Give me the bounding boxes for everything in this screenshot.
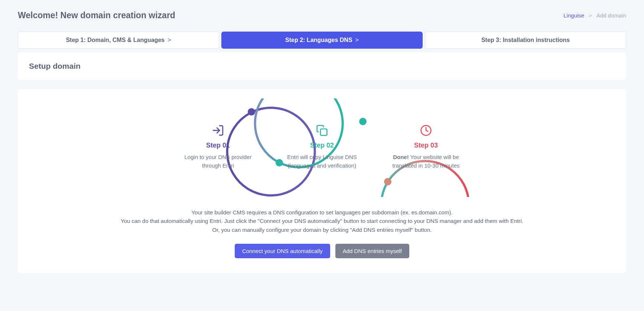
breadcrumb: Linguise > Add domain <box>563 12 626 19</box>
step2-desc: Entri will copy Linguise DNS (languages … <box>281 153 363 170</box>
description-line-3: Or, you can manually configure your doma… <box>29 226 615 234</box>
setup-domain-card-body: Step 01 Login to your DNS provider throu… <box>18 89 626 273</box>
stepper-tab-step2[interactable]: Step 2: Languages DNS> <box>221 32 423 49</box>
breadcrumb-link-linguise[interactable]: Linguise <box>563 12 584 19</box>
chevron-right-icon: > <box>167 37 171 43</box>
chevron-right-icon: > <box>355 37 359 43</box>
stepper-tab-label: Step 2: Languages DNS <box>285 37 352 43</box>
step-circle-3: Step 03 Done! Your website will be trans… <box>374 98 478 195</box>
chevron-right-icon: > <box>589 12 592 19</box>
description-text: Your site builder CMS requires a DNS con… <box>29 208 615 234</box>
stepper-tab-step3[interactable]: Step 3: Installation instructions <box>425 32 626 49</box>
step3-title: Step 03 <box>414 142 438 149</box>
card-heading: Setup domain <box>29 62 615 71</box>
page-title: Welcome! New domain creation wizard <box>18 10 175 20</box>
stepper-tab-label: Step 1: Domain, CMS & Languages <box>66 37 165 43</box>
step2-title: Step 02 <box>310 142 334 149</box>
breadcrumb-current: Add domain <box>596 12 626 19</box>
login-icon <box>212 124 224 137</box>
step1-desc: Login to your DNS provider through Entri <box>177 153 259 170</box>
step-circle-1: Step 01 Login to your DNS provider throu… <box>166 98 270 195</box>
steps-graphic: Step 01 Login to your DNS provider throu… <box>29 98 615 197</box>
step3-desc: Done! Your website will be translated in… <box>385 153 467 170</box>
action-button-row: Connect your DNS automatically Add DNS e… <box>29 244 615 258</box>
stepper-tab-step1[interactable]: Step 1: Domain, CMS & Languages> <box>18 32 219 49</box>
copy-icon <box>316 124 328 137</box>
step-circle-2: Step 02 Entri will copy Linguise DNS (la… <box>270 98 374 195</box>
add-dns-manual-button[interactable]: Add DNS entries myself <box>335 244 409 258</box>
step3-desc-bold: Done! <box>393 154 409 160</box>
description-line-1: Your site builder CMS requires a DNS con… <box>29 208 615 217</box>
connect-dns-auto-button[interactable]: Connect your DNS automatically <box>235 244 330 258</box>
description-line-2: You can do that automatically using Entr… <box>29 217 615 225</box>
stepper-tab-label: Step 3: Installation instructions <box>481 37 570 43</box>
setup-domain-card-header: Setup domain <box>18 52 626 80</box>
wizard-stepper: Step 1: Domain, CMS & Languages> Step 2:… <box>18 32 626 49</box>
step1-title: Step 01 <box>206 142 230 149</box>
clock-icon <box>420 124 432 137</box>
svg-rect-5 <box>321 129 327 135</box>
